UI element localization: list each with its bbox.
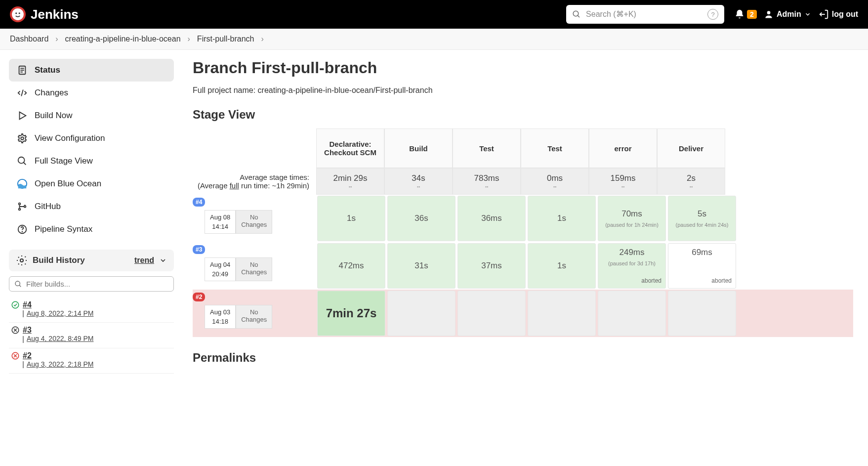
- github-icon: [17, 201, 28, 212]
- stage-cell[interactable]: 37ms: [457, 243, 526, 289]
- logout-label: log out: [832, 10, 858, 19]
- build-history-title: Build History: [33, 255, 129, 265]
- build-tag[interactable]: #4: [193, 198, 205, 207]
- stage-cell[interactable]: [668, 291, 736, 336]
- build-history-list: #4 Aug 8, 2022, 2:14 PM #3 Aug 4, 2022, …: [9, 297, 174, 374]
- build-number-link[interactable]: #3: [23, 326, 32, 335]
- build-tag[interactable]: #3: [193, 245, 205, 254]
- svg-point-25: [12, 301, 19, 308]
- page-title: Branch First-pull-branch: [193, 59, 853, 77]
- search-icon: [14, 280, 22, 288]
- status-icon: [17, 65, 28, 76]
- changes-icon: [17, 87, 28, 98]
- build-date-link[interactable]: Aug 8, 2022, 2:14 PM: [27, 309, 93, 317]
- svg-line-15: [24, 163, 26, 165]
- sidebar-item-open-blue-ocean[interactable]: Open Blue Ocean: [9, 172, 174, 195]
- chevron-down-icon[interactable]: [159, 256, 167, 264]
- svg-point-13: [21, 137, 24, 140]
- svg-point-23: [15, 281, 20, 286]
- chevron-down-icon: [804, 11, 811, 18]
- logout-icon: [818, 9, 829, 20]
- sidebar-item-view-configuration[interactable]: View Configuration: [9, 127, 174, 150]
- breadcrumb-item[interactable]: creating-a-pipeline-in-blue-ocean: [65, 35, 181, 43]
- search-help-icon[interactable]: ?: [707, 9, 718, 20]
- sidebar: StatusChangesBuild NowView Configuration…: [0, 50, 183, 391]
- breadcrumb-item[interactable]: First-pull-branch: [197, 35, 254, 43]
- stage-view-table: Declarative: Checkout SCMBuildTestTester…: [193, 128, 853, 337]
- stage-column-header: Deliver: [657, 128, 725, 168]
- product-name: Jenkins: [31, 7, 79, 22]
- svg-marker-12: [20, 112, 26, 120]
- stage-cell[interactable]: 5s(paused for 4min 24s): [668, 196, 736, 241]
- stage-cell[interactable]: [598, 291, 666, 336]
- chevron-right-icon: ›: [261, 35, 263, 43]
- build-number-link[interactable]: #2: [23, 351, 32, 360]
- stage-cell[interactable]: 31s: [387, 243, 455, 289]
- stage-cell[interactable]: 69msaborted: [668, 243, 736, 289]
- stage-cell[interactable]: 472ms: [317, 243, 385, 289]
- sidebar-item-build-now[interactable]: Build Now: [9, 104, 174, 127]
- stage-cell[interactable]: 249ms(paused for 3d 17h)aborted: [598, 243, 666, 289]
- svg-point-18: [19, 209, 21, 211]
- filter-builds-input[interactable]: [26, 280, 168, 288]
- stage-cell[interactable]: 7min 27s: [317, 291, 385, 336]
- build-status-success-icon: [11, 300, 20, 309]
- stage-cell[interactable]: 70ms(paused for 1h 24min): [598, 196, 666, 241]
- stage-column-header: Build: [384, 128, 453, 168]
- build-date-link[interactable]: Aug 4, 2022, 8:49 PM: [27, 335, 93, 342]
- build-status-aborted-icon: [11, 326, 20, 335]
- build-history-item[interactable]: #2 Aug 3, 2022, 2:18 PM: [9, 348, 174, 374]
- sidebar-item-full-stage-view[interactable]: Full Stage View: [9, 150, 174, 172]
- svg-line-11: [21, 90, 23, 96]
- breadcrumb-item[interactable]: Dashboard: [10, 35, 48, 43]
- logout-button[interactable]: log out: [818, 9, 858, 20]
- build-number-link[interactable]: #4: [23, 300, 32, 309]
- svg-point-2: [19, 12, 20, 14]
- sidebar-item-label: View Configuration: [35, 133, 105, 143]
- filter-builds-box[interactable]: [9, 276, 174, 292]
- blueocean-icon: [17, 178, 28, 189]
- global-search[interactable]: ?: [566, 5, 724, 24]
- sidebar-item-label: Changes: [35, 88, 68, 98]
- build-tag[interactable]: #2: [193, 293, 205, 301]
- stage-cell[interactable]: 1s: [317, 196, 385, 241]
- build-history-item[interactable]: #3 Aug 4, 2022, 8:49 PM: [9, 323, 174, 348]
- help-icon: [17, 224, 28, 235]
- build-icon: [17, 110, 28, 121]
- svg-point-1: [15, 12, 17, 14]
- notifications-button[interactable]: 2: [734, 9, 757, 20]
- stage-cell[interactable]: 36ms: [457, 196, 526, 241]
- build-history-icon: [16, 254, 28, 266]
- stage-cell[interactable]: 1s: [528, 243, 596, 289]
- stage-cell[interactable]: [528, 291, 596, 336]
- sidebar-item-label: Status: [35, 65, 60, 75]
- stage-view-heading: Stage View: [193, 108, 853, 122]
- sidebar-item-status[interactable]: Status: [9, 59, 174, 82]
- brand-logo[interactable]: Jenkins: [10, 6, 79, 22]
- gear-icon: [17, 133, 28, 144]
- search-icon: [572, 10, 581, 19]
- user-name: Admin: [777, 10, 801, 19]
- stage-cell[interactable]: 36s: [387, 196, 455, 241]
- bell-icon: [734, 9, 745, 20]
- stage-average-cell: 2min 29s▪▪: [316, 168, 384, 195]
- trend-link[interactable]: trend: [134, 256, 154, 265]
- sidebar-item-changes[interactable]: Changes: [9, 82, 174, 104]
- sidebar-item-github[interactable]: GitHub: [9, 195, 174, 218]
- user-menu[interactable]: Admin: [764, 9, 811, 19]
- build-date-link[interactable]: Aug 3, 2022, 2:18 PM: [27, 360, 93, 368]
- stage-build-row: #2 Aug 0314:18 NoChanges 7min 27s: [193, 290, 853, 337]
- stage-cell[interactable]: [387, 291, 455, 336]
- sidebar-item-pipeline-syntax[interactable]: Pipeline Syntax: [9, 218, 174, 241]
- build-history-item[interactable]: #4 Aug 8, 2022, 2:14 PM: [9, 297, 174, 323]
- stage-cell[interactable]: [457, 291, 526, 336]
- stage-average-cell: 2s▪▪: [657, 168, 725, 195]
- main-content: Branch First-pull-branch Full project na…: [183, 50, 868, 391]
- svg-point-14: [18, 157, 25, 164]
- jenkins-logo-icon: [10, 6, 26, 22]
- stage-cell[interactable]: 1s: [528, 196, 596, 241]
- search-input[interactable]: [586, 10, 703, 19]
- svg-point-5: [767, 11, 771, 14]
- stage-column-header: Declarative: Checkout SCM: [316, 128, 384, 168]
- full-project-name: Full project name: creating-a-pipeline-i…: [193, 86, 853, 95]
